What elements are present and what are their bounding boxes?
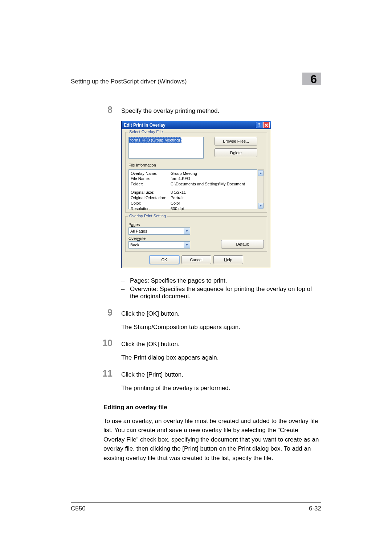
file-info-box: Overlay Name:Group Meeting File Name:for…	[128, 169, 257, 209]
step-9: 9 Click the [OK] button. The Stamp/Compo…	[71, 308, 321, 332]
step-number: 9	[71, 308, 121, 317]
dialog-title: Edit Print In Overlay	[124, 123, 166, 128]
footer-right: 6-32	[309, 505, 321, 512]
step-text: Specify the overlay printing method.	[121, 105, 321, 116]
page: Setting up the PostScript driver (Window…	[0, 0, 392, 554]
section-paragraph: To use an overlay, an overlay file must …	[103, 416, 321, 463]
chevron-down-icon[interactable]: ▼	[184, 242, 190, 248]
page-footer: C550 6-32	[71, 502, 321, 512]
step-10: 10 Click the [OK] button. The Print dial…	[71, 338, 321, 362]
titlebar[interactable]: Edit Print In Overlay ?	[122, 121, 271, 129]
step-subtext: The printing of the overlay is performed…	[121, 383, 321, 393]
overwrite-label: Overwrite	[128, 236, 190, 241]
group-label: Select Overlay File	[128, 130, 164, 134]
pages-label: Pages	[128, 222, 264, 227]
step-8: 8 Specify the overlay printing method.	[71, 105, 321, 116]
header-title: Setting up the PostScript driver (Window…	[71, 78, 187, 85]
delete-button[interactable]: Delete	[215, 148, 257, 157]
step-8-bullets: –Pages: Specifies the pages to print. –O…	[121, 277, 321, 300]
chapter-badge: 6	[302, 73, 321, 85]
step-text: Click the [Print] button.	[121, 370, 321, 379]
step-subtext: The Print dialog box appears again.	[121, 353, 321, 362]
step-subtext: The Stamp/Composition tab appears again.	[121, 323, 321, 332]
group-select-overlay-file: Select Overlay File form1.KFO (Group Mee…	[125, 132, 267, 213]
help-icon[interactable]: ?	[256, 122, 262, 128]
step-number: 8	[71, 105, 121, 114]
overlay-file-selected[interactable]: form1.KFO (Group Meeting)	[129, 137, 181, 143]
section-heading: Editing an overlay file	[103, 404, 321, 411]
chevron-down-icon[interactable]: ▼	[184, 228, 190, 234]
footer-left: C550	[71, 505, 86, 512]
browse-files-button[interactable]: Browse Files...	[215, 137, 257, 145]
scroll-down-icon[interactable]: ▼	[258, 203, 264, 209]
close-icon[interactable]	[263, 122, 270, 128]
ok-button[interactable]: OK	[150, 255, 179, 264]
cancel-button[interactable]: Cancel	[181, 255, 211, 264]
step-11: 11 Click the [Print] button. The printin…	[71, 369, 321, 393]
pages-combo[interactable]: All Pages ▼	[128, 227, 190, 235]
group-label: Overlay Print Setting	[128, 214, 167, 218]
dialog-edit-print-in-overlay: Edit Print In Overlay ? Select Overlay F…	[121, 121, 271, 268]
overlay-file-list[interactable]: form1.KFO (Group Meeting)	[128, 137, 204, 159]
step-number: 10	[71, 338, 121, 348]
scroll-up-icon[interactable]: ▲	[258, 170, 264, 176]
overwrite-combo[interactable]: Back ▼	[128, 241, 190, 249]
help-button[interactable]: Help	[213, 255, 243, 264]
default-button[interactable]: Default	[221, 240, 264, 249]
page-header: Setting up the PostScript driver (Window…	[71, 73, 321, 87]
step-number: 11	[71, 369, 121, 378]
step-text: Click the [OK] button.	[121, 340, 321, 349]
group-overlay-print-setting: Overlay Print Setting Pages All Pages ▼ …	[125, 216, 267, 252]
step-text: Click the [OK] button.	[121, 309, 321, 319]
info-scrollbar[interactable]: ▲ ▼	[258, 169, 264, 209]
file-info-label: File Information	[128, 163, 264, 167]
